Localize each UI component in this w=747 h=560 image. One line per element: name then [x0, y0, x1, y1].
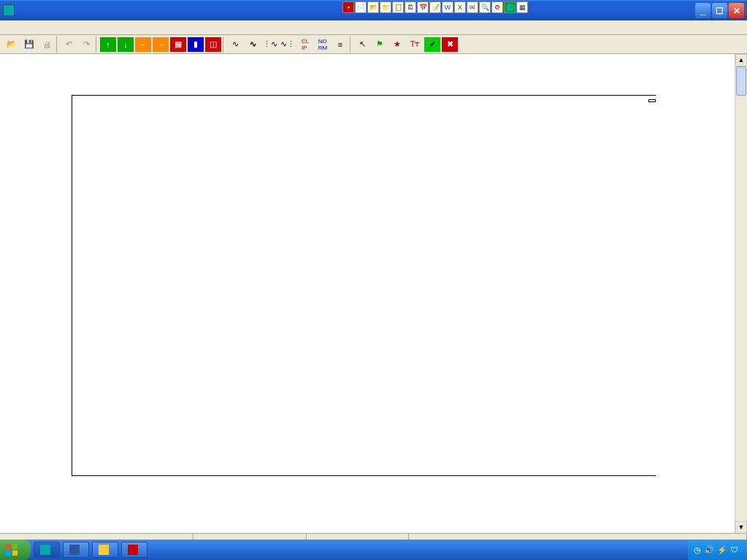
redo-icon[interactable]: ↷ — [77, 37, 95, 53]
quick-icon[interactable]: 📂 — [367, 1, 379, 13]
tray-icon[interactable]: ◷ — [694, 545, 701, 555]
task-word[interactable] — [63, 542, 89, 558]
task-pickwin[interactable] — [34, 542, 60, 558]
wave3-icon[interactable]: ⋮∿ — [261, 37, 279, 53]
pointer-icon[interactable]: ↖ — [353, 37, 371, 53]
maximize-button[interactable]: ☐ — [712, 3, 727, 18]
menu-pick-first[interactable] — [37, 26, 48, 29]
task-folder[interactable] — [92, 542, 118, 558]
quick-icon[interactable]: X — [454, 1, 466, 13]
quick-icon[interactable]: 🗓 — [405, 1, 416, 13]
quick-icon[interactable]: ▪ — [342, 1, 354, 13]
toolbar: 📂 💾 🖨 ↶ ↷ ↑ ↓ ← → ▦ ▮ ◫ ∿ ∿ ⋮∿ ∿⋮ CLIP N… — [0, 35, 747, 54]
scroll-up-icon[interactable]: ▲ — [735, 54, 747, 66]
task-autocad[interactable] — [121, 542, 148, 558]
quick-icon[interactable]: ⚙ — [491, 1, 503, 13]
cross-icon[interactable]: ✖ — [441, 37, 459, 53]
arrow-right-icon[interactable]: → — [152, 37, 169, 53]
tray-icon[interactable]: 🔊 — [704, 545, 714, 555]
star-icon[interactable]: ★ — [388, 37, 406, 53]
quick-icon[interactable]: 📋 — [392, 1, 404, 13]
fill-icon[interactable]: ▮ — [187, 37, 204, 53]
flag-green-icon[interactable]: ⚑ — [371, 37, 388, 53]
close-button[interactable]: ✕ — [729, 3, 744, 18]
lines-icon[interactable]: ≡ — [332, 37, 349, 53]
split-icon[interactable]: ◫ — [204, 37, 222, 53]
taskbar: ◷ 🔊 ⚡ 🛡 — [0, 540, 747, 560]
quick-icon[interactable]: 📝 — [429, 1, 441, 13]
app-icon — [3, 4, 15, 16]
norm-icon[interactable]: NORM — [314, 37, 332, 53]
start-button[interactable] — [0, 540, 31, 560]
quick-icon[interactable]: W — [442, 1, 453, 13]
quick-icon[interactable]: 🔍 — [479, 1, 491, 13]
seismic-plot[interactable] — [72, 95, 656, 476]
text-icon[interactable]: Tᴛ — [406, 37, 424, 53]
arrow-down-icon[interactable]: ↓ — [117, 37, 134, 53]
menu-edit-display[interactable] — [13, 26, 25, 29]
check-icon[interactable]: ✔ — [424, 37, 441, 53]
arrow-left-icon[interactable]: ← — [134, 37, 152, 53]
windows-logo-icon — [6, 544, 18, 556]
menu-file[interactable] — [1, 26, 13, 29]
scroll-thumb[interactable] — [736, 66, 746, 96]
arrow-up-icon[interactable]: ↑ — [99, 37, 117, 53]
tray-icon[interactable]: 🛡 — [730, 545, 738, 554]
grid-icon[interactable]: ▦ — [169, 37, 187, 53]
menu-view[interactable] — [25, 26, 37, 29]
quick-icon[interactable]: ✉ — [467, 1, 478, 13]
minimize-button[interactable]: _ — [695, 3, 710, 18]
scroll-down-icon[interactable]: ▼ — [735, 521, 747, 534]
tray-icon[interactable]: ⚡ — [717, 545, 727, 555]
clip-icon[interactable]: CLIP — [296, 37, 314, 53]
workarea: ▲ ▼ ◄ ► — [0, 54, 747, 546]
print-icon[interactable]: 🖨 — [38, 37, 55, 53]
quick-icon[interactable]: 🌐 — [504, 1, 516, 13]
quick-icon[interactable]: ▦ — [516, 1, 528, 13]
menu-bar — [0, 20, 747, 35]
save-icon[interactable]: 💾 — [20, 37, 38, 53]
system-tray[interactable]: ◷ 🔊 ⚡ 🛡 — [688, 540, 747, 560]
quick-icon[interactable]: 📅 — [417, 1, 429, 13]
trigger-label — [648, 99, 656, 102]
open-icon[interactable]: 📂 — [3, 37, 20, 53]
undo-icon[interactable]: ↶ — [60, 37, 77, 53]
title-bar: ▪ 📄 📂 📁 📋 🗓 📅 📝 W X ✉ 🔍 ⚙ 🌐 ▦ _ ☐ ✕ — [0, 0, 747, 20]
wave4-icon[interactable]: ∿⋮ — [279, 37, 296, 53]
wave1-icon[interactable]: ∿ — [226, 37, 244, 53]
menu-option[interactable] — [48, 26, 60, 29]
quick-icon[interactable]: 📄 — [355, 1, 367, 13]
vertical-scrollbar[interactable]: ▲ ▼ — [735, 54, 747, 534]
menu-help[interactable] — [60, 26, 72, 29]
quick-icon[interactable]: 📁 — [380, 1, 391, 13]
titlebar-quick-icons: ▪ 📄 📂 📁 📋 🗓 📅 📝 W X ✉ 🔍 ⚙ 🌐 ▦ — [342, 1, 528, 13]
wave2-icon[interactable]: ∿ — [244, 37, 261, 53]
